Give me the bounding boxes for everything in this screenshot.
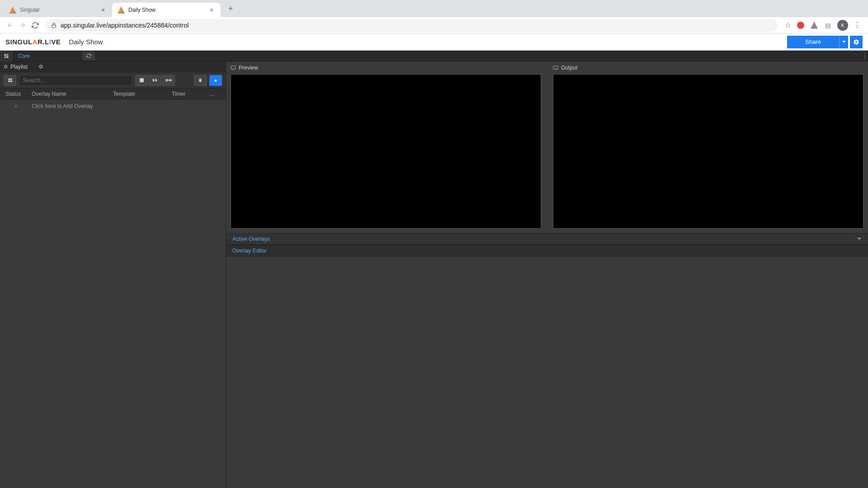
trash-icon bbox=[198, 78, 203, 83]
col-status: Status bbox=[0, 91, 32, 97]
close-icon[interactable]: × bbox=[99, 6, 107, 14]
menu-icon[interactable]: ⋮ bbox=[854, 21, 861, 29]
reload-button[interactable] bbox=[29, 19, 42, 32]
app-header: SINGULAR.LIVE Daily Show Share bbox=[0, 33, 868, 51]
viewers: Preview Output bbox=[226, 61, 868, 233]
table-header: Status Overlay Name Template Timer ... bbox=[0, 89, 226, 99]
tab-bar: Singular × Daily Show × + bbox=[0, 0, 868, 17]
back-button[interactable] bbox=[4, 19, 16, 32]
svg-rect-0 bbox=[52, 25, 56, 28]
link-icon bbox=[165, 78, 172, 82]
extension-icon[interactable]: ▤ bbox=[824, 21, 832, 29]
panel-menu-icon[interactable]: ⋮ bbox=[862, 51, 868, 61]
link-button[interactable] bbox=[162, 75, 175, 86]
sub-header: Core ⋮ bbox=[0, 51, 868, 61]
profile-avatar[interactable]: K bbox=[837, 20, 848, 31]
browser-tab[interactable]: Singular × bbox=[4, 3, 112, 17]
layers-button[interactable] bbox=[0, 51, 13, 61]
refresh-icon bbox=[86, 53, 91, 58]
grid-icon bbox=[8, 78, 13, 83]
singular-favicon bbox=[9, 6, 16, 14]
tab-title: Daily Show bbox=[128, 7, 208, 13]
bookmark-icon[interactable]: ☆ bbox=[785, 21, 791, 29]
settings-button[interactable] bbox=[850, 36, 863, 48]
next-icon bbox=[153, 78, 158, 82]
layers-icon bbox=[4, 53, 9, 59]
monitor-icon bbox=[553, 66, 558, 70]
playlist-icon: ✿ bbox=[4, 64, 8, 70]
grid-button[interactable] bbox=[4, 75, 16, 86]
svg-rect-5 bbox=[553, 66, 558, 69]
chevron-down-icon[interactable] bbox=[857, 237, 862, 241]
search-input[interactable] bbox=[19, 75, 132, 86]
extension-icons: ☆ ▤ K ⋮ bbox=[785, 20, 861, 31]
overlay-editor-body bbox=[226, 257, 868, 488]
svg-rect-4 bbox=[231, 66, 236, 69]
overlay-editor-label: Overlay Editor bbox=[232, 248, 267, 254]
output-panel: Output bbox=[548, 61, 868, 233]
output-viewport[interactable] bbox=[553, 74, 863, 229]
share-button[interactable]: Share bbox=[787, 36, 839, 48]
overlay-editor-header[interactable]: Overlay Editor bbox=[226, 245, 868, 257]
preview-viewport[interactable] bbox=[231, 74, 541, 229]
singular-extension-icon[interactable] bbox=[810, 21, 818, 29]
share-dropdown[interactable] bbox=[839, 36, 848, 48]
extension-icon[interactable] bbox=[797, 21, 805, 29]
col-more: ... bbox=[199, 91, 226, 97]
plus-icon: + bbox=[0, 103, 32, 110]
monitor-icon bbox=[231, 66, 236, 70]
svg-rect-1 bbox=[140, 78, 144, 82]
stop-button[interactable] bbox=[135, 75, 148, 86]
add-overlay-button[interactable]: + bbox=[209, 75, 222, 86]
output-label: Output bbox=[561, 65, 577, 71]
add-overlay-row[interactable]: + Click here to Add Overlay bbox=[0, 99, 226, 113]
output-header: Output bbox=[553, 61, 863, 74]
next-button[interactable] bbox=[149, 75, 161, 86]
active-overlays-label: Active Overlays bbox=[232, 236, 270, 242]
singular-favicon bbox=[118, 6, 125, 14]
col-timer: Timer bbox=[172, 91, 199, 97]
tab-title: Singular bbox=[20, 7, 99, 13]
playlist-settings-icon[interactable] bbox=[38, 64, 43, 69]
main-layout: ✿ Playlist bbox=[0, 61, 868, 488]
preview-header: Preview bbox=[231, 61, 541, 74]
playlist-toolbar: + bbox=[0, 72, 226, 89]
browser-chrome: Singular × Daily Show × + app.singular.l… bbox=[0, 0, 868, 33]
forward-button[interactable] bbox=[16, 19, 29, 32]
gear-icon bbox=[38, 64, 43, 69]
gear-icon bbox=[853, 39, 859, 45]
right-area: Preview Output Active Overlays Overlay E… bbox=[226, 61, 868, 488]
preview-panel: Preview bbox=[226, 61, 546, 233]
core-tab[interactable]: Core bbox=[13, 51, 35, 61]
col-template: Template bbox=[113, 91, 172, 97]
playlist-label: Playlist bbox=[10, 64, 28, 70]
playlist-header: ✿ Playlist bbox=[0, 61, 226, 72]
browser-tab-active[interactable]: Daily Show × bbox=[112, 3, 221, 17]
playlist-panel: ✿ Playlist bbox=[0, 61, 226, 488]
stop-icon bbox=[140, 78, 144, 82]
active-overlays-header[interactable]: Active Overlays bbox=[226, 233, 868, 245]
close-icon[interactable]: × bbox=[208, 6, 215, 14]
delete-button[interactable] bbox=[194, 75, 207, 86]
url-input[interactable]: app.singular.live/appinstances/245884/co… bbox=[45, 19, 778, 32]
address-bar: app.singular.live/appinstances/245884/co… bbox=[0, 17, 868, 33]
preview-label: Preview bbox=[239, 65, 258, 71]
new-tab-button[interactable]: + bbox=[224, 2, 237, 15]
add-overlay-label: Click here to Add Overlay bbox=[32, 103, 93, 109]
col-overlay-name: Overlay Name bbox=[32, 91, 113, 97]
lock-icon bbox=[51, 22, 57, 28]
url-text: app.singular.live/appinstances/245884/co… bbox=[61, 22, 189, 29]
logo: SINGULAR.LIVE bbox=[5, 38, 61, 46]
refresh-button[interactable] bbox=[82, 52, 95, 61]
show-name: Daily Show bbox=[69, 38, 103, 46]
